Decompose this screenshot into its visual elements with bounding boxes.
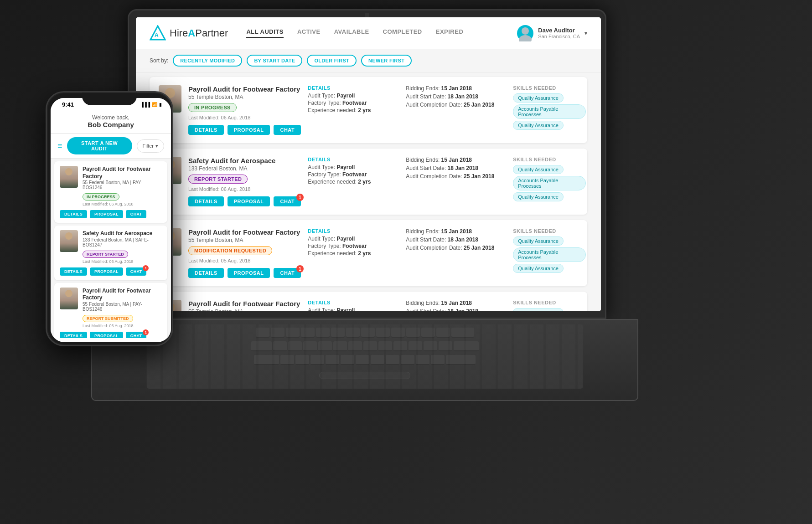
sort-by-start-date[interactable]: BY START DATE	[247, 55, 302, 67]
phone-proposal-button[interactable]: PROPOSAL	[90, 210, 123, 218]
details-label: DETAILS	[308, 157, 399, 162]
phone-card-info: Payroll Audit for Footwear Factory 55 Fe…	[83, 166, 162, 206]
app-header: A HireAPartner ALL AUDITS ACTIVE AVAILAB…	[136, 17, 601, 49]
phone-card-address: 133 Federal Boston, MA | SAFE-BOS1247	[83, 237, 162, 247]
nav-expired[interactable]: EXPIRED	[436, 28, 464, 38]
skill-tag: Quality Assurance	[513, 121, 564, 130]
phone-chat-badge: 1	[143, 329, 149, 335]
bidding-row: Bidding Ends: 15 Jan 2018	[406, 85, 506, 92]
phone-status-icons: ▐▐▐ 📶 ▮	[140, 102, 162, 107]
phone-chat-button[interactable]: CHAT 1	[126, 332, 147, 338]
audit-title: Payroll Audit for Footwear Factory	[188, 85, 301, 93]
phone-header: Welcome back, Bob Company	[51, 111, 171, 134]
phone-card-header: Payroll Audit for Footwear Factory 55 Fe…	[60, 288, 162, 328]
skills-label: SKILLS NEEDED	[513, 157, 586, 162]
nav-completed[interactable]: COMPLETED	[383, 28, 422, 38]
audit-skills-section: SKILLS NEEDED Quality Assurance Accounts…	[513, 85, 586, 132]
phone-proposal-button[interactable]: PROPOSAL	[90, 267, 123, 276]
user-name: Dave Auditor	[538, 27, 580, 34]
details-button[interactable]: DETAILS	[188, 125, 224, 135]
phone-chat-badge: 1	[143, 265, 149, 271]
sort-bar: Sort by: RECENTLY MODIFIED BY START DATE…	[136, 49, 601, 72]
phone-chat-button[interactable]: CHAT	[126, 210, 147, 218]
audit-title: Safety Audit for Aerospace	[188, 157, 301, 164]
phone-card-title: Payroll Audit for Footwear Factory	[83, 166, 162, 180]
user-dropdown-icon[interactable]: ▾	[584, 30, 587, 36]
audit-list: Payroll Audit for Footwear Factory 55 Te…	[136, 72, 601, 311]
nav-active[interactable]: ACTIVE	[297, 28, 321, 38]
details-button[interactable]: DETAILS	[188, 196, 224, 206]
audit-details-section: DETAILS Audit Type: Payroll Factory Type…	[308, 157, 399, 186]
start-date-row: Audit Start Date: 18 Jan 2018	[406, 93, 506, 100]
audit-modified: Last Modified: 06 Aug. 2018	[188, 186, 301, 192]
audit-details-section: DETAILS Audit Type: Payroll Factory Type…	[308, 85, 399, 114]
sort-newer-first[interactable]: NEWER FIRST	[361, 55, 412, 67]
skill-tag: Accounts Payable Processes	[513, 104, 586, 119]
nav-available[interactable]: AVAILABLE	[334, 28, 369, 38]
phone-card-status: REPORT STARTED	[83, 251, 128, 258]
sort-older-first[interactable]: OLDER FIRST	[307, 55, 357, 67]
phone-audit-card: Payroll Audit for Footwear Factory 55 Fe…	[54, 161, 167, 223]
phone-audit-list: Payroll Audit for Footwear Factory 55 Fe…	[51, 159, 171, 338]
phone-avatar	[60, 288, 78, 309]
audit-modified: Last Modified: 06 Aug. 2018	[188, 115, 301, 120]
audit-details-section: DETAILS Audit Type: Payroll Factory Type…	[308, 300, 399, 311]
audit-actions: DETAILS PROPOSAL CHAT 1	[188, 268, 301, 278]
logo-text: HireAPartner	[170, 27, 228, 39]
phone-audit-card: Payroll Audit for Footwear Factory 55 Fe…	[54, 283, 167, 338]
details-label: DETAILS	[308, 85, 399, 91]
audit-address: 55 Temple Boston, MA	[188, 308, 301, 311]
phone-company: Bob Company	[57, 121, 164, 128]
phone: 9:41 ▐▐▐ 📶 ▮ Welcome back, Bob Company ≡…	[46, 91, 173, 346]
phone-avatar	[60, 166, 78, 188]
audit-title: Payroll Audit for Footwear Factory	[188, 300, 301, 308]
user-info: Dave Auditor San Francisco, CA ▾	[517, 25, 587, 41]
audit-details-section: DETAILS Audit Type: Payroll Factory Type…	[308, 228, 399, 257]
svg-text:A: A	[155, 32, 159, 38]
phone-card-status: IN PROGRESS	[83, 193, 119, 200]
phone-card-modified: Last Modified: 06 Aug. 2018	[83, 324, 162, 328]
skill-tag: Quality Assurance	[513, 236, 564, 246]
skills-label: SKILLS NEEDED	[513, 228, 586, 234]
phone-card-modified: Last Modified: 06 Aug. 2018	[83, 259, 162, 264]
chat-button[interactable]: CHAT 1	[274, 268, 301, 278]
details-button[interactable]: DETAILS	[188, 268, 224, 278]
phone-welcome: Welcome back,	[57, 114, 164, 121]
skill-tag: Quality Assurance	[513, 264, 564, 273]
phone-details-button[interactable]: DETAILS	[60, 210, 87, 218]
new-audit-button[interactable]: START A NEW AUDIT	[67, 137, 132, 154]
logo: A HireAPartner	[150, 25, 228, 41]
chat-button[interactable]: CHAT 1	[274, 196, 301, 206]
audit-skills-section: SKILLS NEEDED Quality Assurance Accounts…	[513, 300, 586, 311]
hamburger-icon[interactable]: ≡	[57, 141, 62, 151]
skill-tag: Quality Assurance	[513, 308, 564, 311]
proposal-button[interactable]: PROPOSAL	[228, 268, 270, 278]
proposal-button[interactable]: PROPOSAL	[228, 196, 270, 206]
audit-info: Payroll Audit for Footwear Factory 55 Te…	[188, 300, 301, 311]
experience-row: Experience needed: 2 yrs	[308, 107, 399, 113]
phone-time: 9:41	[62, 101, 74, 108]
audit-title: Payroll Audit for Footwear Factory	[188, 228, 301, 236]
filter-chevron-icon: ▾	[155, 143, 158, 149]
sort-recently-modified[interactable]: RECENTLY MODIFIED	[173, 55, 242, 67]
phone-card-info: Payroll Audit for Footwear Factory 55 Fe…	[83, 288, 162, 328]
chat-badge: 1	[296, 194, 304, 201]
audit-address: 55 Temple Boston, MA	[188, 94, 301, 100]
phone-details-button[interactable]: DETAILS	[60, 332, 87, 338]
filter-button[interactable]: Filter ▾	[137, 139, 164, 153]
skill-tag: Quality Assurance	[513, 165, 564, 174]
audit-type-row: Audit Type: Payroll	[308, 92, 399, 99]
phone-details-button[interactable]: DETAILS	[60, 267, 87, 276]
audit-card: Payroll Audit for Footwear Factory 55 Te…	[150, 77, 587, 143]
phone-avatar	[60, 230, 78, 252]
phone-chat-button[interactable]: CHAT 1	[126, 267, 147, 276]
audit-status: MODIFICATION REQUESTED	[188, 246, 272, 255]
nav-all-audits[interactable]: ALL AUDITS	[246, 28, 284, 38]
laptop-screen-border: A HireAPartner ALL AUDITS ACTIVE AVAILAB…	[128, 9, 606, 319]
battery-icon: ▮	[159, 102, 162, 107]
chat-button[interactable]: CHAT	[274, 125, 301, 135]
phone-card-actions: DETAILS PROPOSAL CHAT 1	[60, 332, 162, 338]
proposal-button[interactable]: PROPOSAL	[228, 125, 270, 135]
phone-proposal-button[interactable]: PROPOSAL	[90, 332, 123, 338]
user-avatar	[517, 25, 533, 41]
